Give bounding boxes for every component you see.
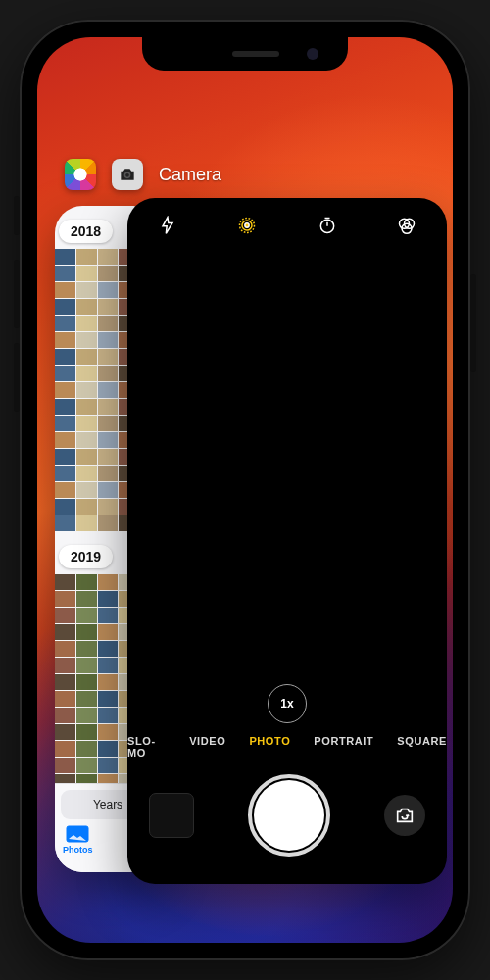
photo-thumbnail[interactable] <box>76 608 97 623</box>
photo-thumbnail[interactable] <box>76 249 97 265</box>
photo-thumbnail[interactable] <box>98 608 119 623</box>
photo-thumbnail[interactable] <box>98 708 119 723</box>
photo-thumbnail[interactable] <box>98 332 119 348</box>
photo-thumbnail[interactable] <box>98 515 119 531</box>
photo-thumbnail[interactable] <box>76 332 97 348</box>
photo-thumbnail[interactable] <box>76 432 97 448</box>
photo-thumbnail[interactable] <box>55 282 75 298</box>
photo-thumbnail[interactable] <box>55 674 75 690</box>
photo-thumbnail[interactable] <box>98 624 119 640</box>
photo-thumbnail[interactable] <box>76 574 97 590</box>
photo-thumbnail[interactable] <box>76 515 97 531</box>
photo-thumbnail[interactable] <box>98 299 119 315</box>
photo-thumbnail[interactable] <box>98 416 119 431</box>
photo-thumbnail[interactable] <box>55 366 75 381</box>
photo-thumbnail[interactable] <box>55 624 75 640</box>
photo-thumbnail[interactable] <box>55 608 75 623</box>
mute-switch[interactable] <box>14 196 20 235</box>
photo-thumbnail[interactable] <box>76 466 97 481</box>
live-photo-icon[interactable] <box>236 215 258 236</box>
year-chip[interactable]: 2018 <box>59 220 113 243</box>
photo-thumbnail[interactable] <box>55 449 75 465</box>
photo-thumbnail[interactable] <box>76 658 97 673</box>
photo-thumbnail[interactable] <box>98 449 119 465</box>
photo-thumbnail[interactable] <box>76 624 97 640</box>
photo-thumbnail[interactable] <box>76 366 97 381</box>
photo-thumbnail[interactable] <box>76 591 97 607</box>
photo-thumbnail[interactable] <box>76 316 97 331</box>
photo-thumbnail[interactable] <box>76 741 97 757</box>
photo-thumbnail[interactable] <box>98 499 119 514</box>
photo-thumbnail[interactable] <box>76 266 97 281</box>
photo-thumbnail[interactable] <box>98 282 119 298</box>
camera-mode-portrait[interactable]: PORTRAIT <box>314 735 373 759</box>
photo-thumbnail[interactable] <box>55 466 75 481</box>
photo-thumbnail[interactable] <box>55 499 75 514</box>
flip-camera-button[interactable] <box>384 795 425 836</box>
photo-thumbnail[interactable] <box>98 741 119 757</box>
photo-thumbnail[interactable] <box>98 249 119 265</box>
photo-thumbnail[interactable] <box>98 399 119 415</box>
camera-mode-photo[interactable]: PHOTO <box>249 735 290 759</box>
photo-thumbnail[interactable] <box>55 399 75 415</box>
photo-thumbnail[interactable] <box>55 758 75 773</box>
photo-thumbnail[interactable] <box>76 349 97 365</box>
photo-thumbnail[interactable] <box>55 249 75 265</box>
photo-thumbnail[interactable] <box>98 349 119 365</box>
photo-thumbnail[interactable] <box>55 316 75 331</box>
camera-app-icon[interactable] <box>112 159 143 190</box>
photo-thumbnail[interactable] <box>98 758 119 773</box>
photo-thumbnail[interactable] <box>55 741 75 757</box>
year-chip[interactable]: 2019 <box>59 545 113 568</box>
camera-mode-square[interactable]: SQUARE <box>397 735 447 759</box>
shutter-button[interactable] <box>254 780 324 851</box>
camera-mode-slo-mo[interactable]: SLO-MO <box>127 735 166 759</box>
last-photo-thumbnail[interactable] <box>149 793 194 838</box>
photo-thumbnail[interactable] <box>98 691 119 707</box>
photo-thumbnail[interactable] <box>76 641 97 657</box>
photo-thumbnail[interactable] <box>76 724 97 740</box>
photo-thumbnail[interactable] <box>55 266 75 281</box>
flash-icon[interactable] <box>157 215 178 236</box>
photo-thumbnail[interactable] <box>76 399 97 415</box>
photo-thumbnail[interactable] <box>98 658 119 673</box>
app-card-camera[interactable]: 1x SLO-MOVIDEOPHOTOPORTRAITSQUARE <box>127 198 447 884</box>
volume-up-button[interactable] <box>14 260 20 328</box>
side-power-button[interactable] <box>470 274 476 372</box>
photo-thumbnail[interactable] <box>55 691 75 707</box>
photo-thumbnail[interactable] <box>98 316 119 331</box>
photo-thumbnail[interactable] <box>55 432 75 448</box>
photo-thumbnail[interactable] <box>98 574 119 590</box>
photo-thumbnail[interactable] <box>76 499 97 514</box>
photo-thumbnail[interactable] <box>55 332 75 348</box>
photo-thumbnail[interactable] <box>98 382 119 398</box>
photo-thumbnail[interactable] <box>55 574 75 590</box>
photo-thumbnail[interactable] <box>76 691 97 707</box>
zoom-toggle[interactable]: 1x <box>268 684 307 723</box>
photo-thumbnail[interactable] <box>76 482 97 498</box>
photo-thumbnail[interactable] <box>55 658 75 673</box>
photo-thumbnail[interactable] <box>98 724 119 740</box>
photo-thumbnail[interactable] <box>98 591 119 607</box>
photo-thumbnail[interactable] <box>55 382 75 398</box>
photo-thumbnail[interactable] <box>76 708 97 723</box>
photo-thumbnail[interactable] <box>55 708 75 723</box>
camera-mode-row[interactable]: SLO-MOVIDEOPHOTOPORTRAITSQUARE <box>127 735 447 759</box>
photo-thumbnail[interactable] <box>55 299 75 315</box>
photo-thumbnail[interactable] <box>98 266 119 281</box>
photo-thumbnail[interactable] <box>55 641 75 657</box>
photo-thumbnail[interactable] <box>98 466 119 481</box>
photo-thumbnail[interactable] <box>55 349 75 365</box>
photo-thumbnail[interactable] <box>76 758 97 773</box>
photo-thumbnail[interactable] <box>76 416 97 431</box>
timer-icon[interactable] <box>317 215 338 236</box>
photo-thumbnail[interactable] <box>98 432 119 448</box>
photo-thumbnail[interactable] <box>55 515 75 531</box>
photos-app-icon[interactable] <box>65 159 96 190</box>
filters-icon[interactable] <box>396 215 417 236</box>
photo-thumbnail[interactable] <box>55 482 75 498</box>
photo-thumbnail[interactable] <box>98 641 119 657</box>
photo-thumbnail[interactable] <box>55 724 75 740</box>
photo-thumbnail[interactable] <box>76 674 97 690</box>
photo-thumbnail[interactable] <box>98 482 119 498</box>
